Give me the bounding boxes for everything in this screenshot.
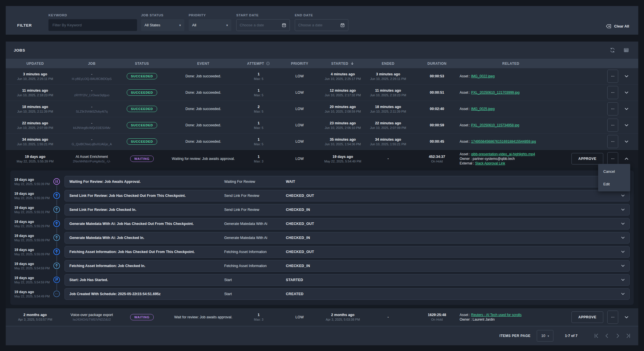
timeline-event-card[interactable]: Fetching Asset Information: Job Has Chec…	[65, 246, 630, 258]
updated-cell: 22 minutes ago Jun 10, 2025, 2:07:09 PM	[6, 121, 65, 130]
timeline-task-name: Send Link For Review	[224, 208, 286, 212]
timeline-timestamp: 19 days ago May 22, 2025, 5:54:59 PM	[14, 262, 52, 270]
clear-all-button[interactable]: Clear All	[606, 23, 629, 29]
job-row[interactable]: 2 months ago Apr 3, 2025, 5:03:57 PM Voi…	[6, 308, 638, 326]
info-icon[interactable]	[266, 61, 270, 66]
more-actions-button[interactable]	[607, 102, 618, 115]
more-actions-button[interactable]	[607, 311, 618, 324]
job-status-select[interactable]: All States ▾	[141, 19, 184, 31]
related-link[interactable]: PXL_20250610_115734958.jpg	[471, 123, 519, 127]
related-link[interactable]: 1749556456867615169188415544859.jpg	[471, 140, 536, 144]
event-cell: Done: Job succeeded.	[165, 91, 242, 95]
related-link[interactable]: Slack Approval Link	[475, 161, 505, 165]
timeline-event-card[interactable]: Generate Matedata With Ai: Job Has Check…	[65, 218, 630, 230]
more-actions-button[interactable]	[607, 70, 618, 83]
job-name: -	[65, 89, 119, 93]
column-header-started[interactable]: STARTED	[324, 61, 362, 66]
keyword-input[interactable]	[48, 19, 137, 31]
related-link[interactable]: qibb-presentation-video_ai-highlights.mp…	[471, 152, 535, 156]
calendar-icon[interactable]	[340, 23, 345, 28]
calendar-icon[interactable]	[282, 23, 286, 28]
status-badge: SUCCEEDED	[127, 106, 157, 112]
end-date-input[interactable]: Choose a date	[295, 19, 348, 31]
timeline-absolute-time: May 22, 2025, 5:55:39 PM	[14, 196, 52, 200]
next-page-button[interactable]	[614, 333, 621, 339]
refresh-icon[interactable]	[610, 47, 615, 53]
menu-item-edit[interactable]: Edit	[598, 178, 630, 190]
related-cell: Asset : PXL_20250610_121703999.jpg	[460, 90, 562, 95]
chevron-down-icon[interactable]	[620, 277, 625, 282]
attempt-max: Max: 5	[242, 110, 276, 113]
timeline-event-card[interactable]: Waiting For Review: Job Awaits Approval.…	[65, 176, 630, 187]
job-row[interactable]: 18 minutes ago Jun 10, 2025, 2:11:39 PM …	[6, 101, 638, 117]
expand-chevron-icon[interactable]	[622, 90, 631, 95]
job-id: zRYfY2iV_LV3war3qfguo	[65, 93, 119, 97]
chevron-down-icon[interactable]	[620, 249, 625, 254]
job-row[interactable]: 22 minutes ago Jun 10, 2025, 2:07:09 PM …	[6, 117, 638, 134]
table-view-icon[interactable]	[623, 47, 629, 53]
chevron-down-icon[interactable]	[620, 221, 625, 226]
expand-chevron-icon[interactable]	[622, 106, 631, 111]
job-status-label: JOB STATUS	[141, 13, 184, 17]
chevron-down-icon[interactable]	[620, 235, 625, 240]
timeline-relative-time: 19 days ago	[14, 206, 52, 210]
more-actions-button[interactable]	[607, 135, 618, 148]
updated-absolute: Jun 10, 2025, 2:11:39 PM	[6, 110, 65, 113]
more-actions-button[interactable]	[607, 119, 618, 132]
ellipsis-icon	[611, 140, 615, 144]
menu-item-cancel[interactable]: Cancel	[598, 165, 630, 178]
check-out-icon	[53, 248, 61, 256]
more-actions-button[interactable]	[607, 152, 618, 165]
chevron-down-icon[interactable]	[620, 263, 625, 268]
timeline-event-state: CHECKED_IN	[286, 208, 616, 212]
related-link[interactable]: IMG_0025.jpeg	[471, 107, 495, 111]
expand-chevron-icon[interactable]	[622, 315, 631, 320]
job-row[interactable]: 34 minutes ago Jun 10, 2025, 1:55:21 PM …	[6, 134, 638, 150]
status-badge: SUCCEEDED	[127, 122, 157, 128]
expand-chevron-icon[interactable]	[622, 123, 631, 128]
start-date-field-group: START DATE Choose a date	[236, 13, 290, 31]
related-link[interactable]: Reuters - AI Tech used for scrolls	[471, 313, 522, 317]
updated-cell: 19 days ago May 22, 2025, 5:55:39 PM	[6, 155, 65, 163]
timeline-event-card[interactable]: Fetching Asset Information: Job Checked …	[65, 260, 630, 272]
start-date-input[interactable]: Choose a date	[236, 19, 290, 31]
chevron-down-icon[interactable]	[620, 193, 625, 198]
timeline-event-state: CHECKED_IN	[286, 264, 616, 268]
timeline-event-card[interactable]: Generate Matedata With Ai: Job Checked I…	[65, 232, 630, 244]
column-header-duration: DURATION	[414, 62, 460, 66]
sort-descending-icon[interactable]	[350, 61, 354, 66]
approve-button[interactable]: APPROVE	[571, 311, 603, 323]
chevron-down-icon[interactable]	[620, 207, 625, 212]
related-link[interactable]: PXL_20250610_121703999.jpg	[471, 91, 520, 95]
items-per-page-select[interactable]: 10 ▾	[537, 330, 553, 342]
expand-chevron-icon[interactable]	[622, 156, 631, 161]
priority-select[interactable]: All ▾	[189, 19, 231, 31]
timeline-event-card[interactable]: Start: Job Has Started. Start STARTED	[65, 274, 630, 286]
timeline-event-card[interactable]: Job Created With Schedule: 2025-05-22t15…	[65, 288, 630, 300]
expand-chevron-icon[interactable]	[622, 74, 631, 79]
related-label: Asset :	[460, 91, 470, 95]
timeline-event-card[interactable]: Send Link For Review: Job Has Checked Ou…	[65, 190, 630, 201]
expand-chevron-icon[interactable]	[622, 139, 631, 144]
event-cell: Done: Job succeeded.	[165, 123, 242, 127]
job-row[interactable]: 3 minutes ago Jun 10, 2025, 2:26:11 PM -…	[6, 68, 638, 85]
related-link[interactable]: IMG_0022.jpeg	[471, 74, 495, 78]
job-row[interactable]: 11 minutes ago Jun 10, 2025, 2:18:23 PM …	[6, 85, 638, 101]
check-in-icon	[53, 234, 61, 242]
job-row[interactable]: 19 days ago May 22, 2025, 5:55:39 PM AI …	[6, 150, 638, 168]
first-page-button[interactable]	[593, 333, 600, 339]
timeline-event-card[interactable]: Send Link For Review: Job Checked In. Se…	[65, 204, 630, 215]
last-page-button[interactable]	[625, 333, 631, 339]
ended-cell: -	[362, 157, 414, 161]
timeline-row: 19 days ago May 22, 2025, 5:55:39 PM Sen…	[10, 189, 634, 203]
started-absolute: Jun 10, 2025, 2:25:17 PM	[324, 77, 362, 81]
job-cell: Voice-over package export IwJ434OrfzTWEI…	[65, 313, 119, 321]
job-cell: - zRYfY2iV_LV3war3qfguo	[65, 89, 119, 97]
approve-button[interactable]: APPROVE	[571, 153, 603, 164]
previous-page-button[interactable]	[604, 333, 610, 339]
more-actions-button[interactable]	[607, 86, 618, 99]
column-header-status: STATUS	[119, 62, 165, 66]
event-cell: Waiting for review: Job awaits approval.	[165, 157, 242, 161]
chevron-down-icon[interactable]	[620, 291, 625, 296]
timeline-task-name: Fetching Asset Information	[224, 250, 286, 254]
